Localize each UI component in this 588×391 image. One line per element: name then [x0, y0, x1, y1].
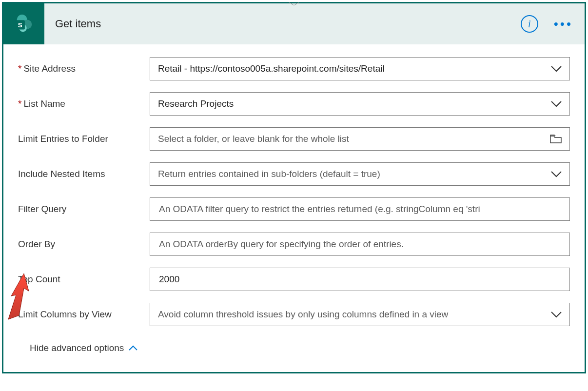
filter-query-input[interactable] — [150, 197, 570, 221]
label-order-by: Order By — [18, 239, 150, 250]
chevron-down-icon — [551, 171, 562, 177]
field-row-order-by: Order By — [18, 233, 570, 256]
required-asterisk: * — [18, 98, 21, 109]
chevron-down-icon — [551, 311, 562, 318]
label-site-address: * Site Address — [18, 63, 150, 74]
label-filter-query: Filter Query — [18, 204, 150, 215]
site-address-dropdown[interactable]: Retail - https://contoso005a.sharepoint.… — [150, 57, 570, 80]
folder-icon[interactable] — [550, 134, 562, 144]
field-row-list-name: * List Name Research Projects — [18, 92, 570, 116]
top-count-text-input[interactable] — [158, 274, 562, 285]
card-title: Get items — [44, 18, 521, 30]
label-top-count: Top Count — [18, 274, 150, 285]
svg-text:S: S — [18, 21, 22, 29]
field-row-include-nested: Include Nested Items Return entries cont… — [18, 162, 570, 186]
field-row-limit-columns: Limit Columns by View Avoid column thres… — [18, 303, 570, 326]
chevron-up-icon — [129, 345, 137, 351]
label-list-name: * List Name — [18, 98, 150, 109]
label-include-nested: Include Nested Items — [18, 169, 150, 179]
chevron-down-icon — [551, 65, 562, 72]
card-body: * Site Address Retail - https://contoso0… — [3, 44, 585, 372]
field-row-limit-folder: Limit Entries to Folder Select a folder,… — [18, 127, 570, 151]
card-header: S Get items i ••• — [3, 3, 585, 44]
limit-columns-dropdown[interactable]: Avoid column threshold issues by only us… — [150, 303, 570, 326]
label-limit-columns: Limit Columns by View — [18, 309, 150, 320]
include-nested-dropdown[interactable]: Return entries contained in sub-folders … — [150, 162, 570, 186]
sharepoint-icon: S — [3, 3, 44, 44]
field-row-top-count: Top Count — [18, 268, 570, 291]
label-limit-folder: Limit Entries to Folder — [18, 134, 150, 144]
connector-top-nub — [289, 2, 299, 5]
hide-advanced-options-toggle[interactable]: Hide advanced options — [18, 338, 570, 362]
action-card: S Get items i ••• * Site Address Retail … — [2, 2, 586, 373]
info-icon[interactable]: i — [521, 15, 538, 33]
top-count-input[interactable] — [150, 268, 570, 291]
chevron-down-icon — [551, 100, 562, 107]
field-row-site-address: * Site Address Retail - https://contoso0… — [18, 57, 570, 80]
more-menu-icon[interactable]: ••• — [552, 17, 575, 32]
required-asterisk: * — [18, 63, 21, 74]
limit-folder-picker[interactable]: Select a folder, or leave blank for the … — [150, 127, 570, 151]
field-row-filter-query: Filter Query — [18, 197, 570, 221]
order-by-input[interactable] — [150, 233, 570, 256]
order-by-text-input[interactable] — [158, 238, 562, 250]
list-name-dropdown[interactable]: Research Projects — [150, 92, 570, 116]
filter-query-text-input[interactable] — [158, 203, 562, 215]
